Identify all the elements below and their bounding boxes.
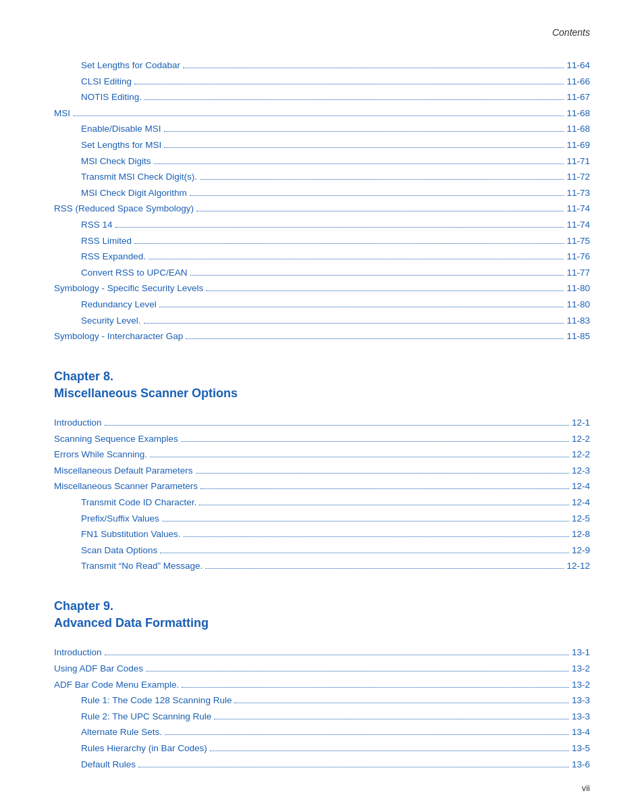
toc-entry-label: RSS Limited xyxy=(81,234,132,249)
toc-page-number: 11-83 xyxy=(566,313,590,328)
toc-page-number: 13-2 xyxy=(572,661,590,676)
toc-dots xyxy=(149,259,564,259)
toc-entry-label: MSI Check Digits xyxy=(81,154,151,169)
toc-entry-label: ADF Bar Code Menu Example. xyxy=(54,678,179,692)
toc-page-number: 11-76 xyxy=(566,249,590,264)
toc-entry-label: Symbology - Intercharacter Gap xyxy=(54,329,183,344)
toc-entry-label: Alternate Rule Sets. xyxy=(81,725,162,740)
toc-dots xyxy=(150,457,569,457)
toc-entry-label: Security Level. xyxy=(81,313,141,328)
toc-entry: Redundancy Level11-80 xyxy=(54,297,590,312)
toc-dots xyxy=(200,488,569,489)
toc-page-number: 11-85 xyxy=(566,329,590,344)
toc-entry-label: Symbology - Specific Security Levels xyxy=(54,281,203,296)
chapter-title: Advanced Data Formatting xyxy=(54,615,590,632)
toc-dots xyxy=(134,84,564,84)
toc-dots xyxy=(186,338,564,339)
toc-entry-label: Default Rules xyxy=(81,757,136,772)
toc-dots xyxy=(205,568,564,569)
page-number: vii xyxy=(582,783,590,793)
toc-entry-label: Errors While Scanning. xyxy=(54,447,147,462)
toc-page-number: 11-67 xyxy=(566,90,590,105)
toc-entry-label: Using ADF Bar Codes xyxy=(54,661,143,676)
toc-entry: RSS 1411-74 xyxy=(54,218,590,232)
toc-entry-label: FN1 Substitution Values. xyxy=(81,527,181,542)
toc-entry: Errors While Scanning.12-2 xyxy=(54,447,590,462)
toc-page-number: 12-5 xyxy=(572,511,590,526)
toc-entry: Miscellaneous Scanner Parameters12-4 xyxy=(54,479,590,494)
toc-entry: Convert RSS to UPC/EAN11-77 xyxy=(54,265,590,280)
toc-page-number: 13-4 xyxy=(572,725,590,740)
toc-page-number: 11-80 xyxy=(566,281,590,296)
toc-page-number: 11-69 xyxy=(566,138,590,153)
toc-entry: Alternate Rule Sets.13-4 xyxy=(54,725,590,740)
toc-entry-label: Convert RSS to UPC/EAN xyxy=(81,265,188,280)
toc-entry-label: Miscellaneous Scanner Parameters xyxy=(54,479,198,494)
toc-entry-label: Introduction xyxy=(54,645,102,660)
toc-entry: RSS Limited11-75 xyxy=(54,234,590,249)
toc-dots xyxy=(164,131,564,132)
toc-dots xyxy=(164,147,564,148)
toc-section-4: Introduction13-1Using ADF Bar Codes13-2A… xyxy=(54,645,590,771)
toc-entry-label: Introduction xyxy=(54,415,102,430)
toc-entry-label: Rules Hierarchy (in Bar Codes) xyxy=(81,741,207,756)
toc-entry: Rule 1: The Code 128 Scanning Rule13-3 xyxy=(54,693,590,708)
toc-dots xyxy=(144,99,564,100)
toc-dots xyxy=(165,734,569,735)
toc-container: Set Lengths for Codabar11-64CLSI Editing… xyxy=(54,58,590,771)
toc-entry-label: MSI xyxy=(54,106,70,121)
toc-dots xyxy=(154,163,564,164)
toc-entry-label: Set Lengths for MSI xyxy=(81,138,161,153)
toc-dots xyxy=(196,211,564,211)
toc-entry: Security Level.11-83 xyxy=(54,313,590,328)
toc-entry-label: Transmit MSI Check Digit(s). xyxy=(81,170,197,184)
toc-entry-label: Enable/Disable MSI xyxy=(81,122,161,136)
toc-page-number: 12-8 xyxy=(572,527,590,542)
toc-entry-label: Scanning Sequence Examples xyxy=(54,432,178,447)
toc-entry: Set Lengths for MSI11-69 xyxy=(54,138,590,153)
toc-page-number: 13-3 xyxy=(572,709,590,724)
toc-page-number: 13-5 xyxy=(572,741,590,756)
toc-entry-label: Prefix/Suffix Values xyxy=(81,511,159,526)
toc-page-number: 11-68 xyxy=(566,106,590,121)
toc-dots xyxy=(199,505,569,505)
toc-page-number: 11-71 xyxy=(566,154,590,169)
toc-entry: NOTIS Editing.11-67 xyxy=(54,90,590,105)
toc-entry-label: Rule 1: The Code 128 Scanning Rule xyxy=(81,693,232,708)
chapter-heading-3: Chapter 9.Advanced Data Formatting xyxy=(54,598,590,632)
toc-entry: MSI11-68 xyxy=(54,106,590,121)
toc-page-number: 11-74 xyxy=(566,201,590,216)
chapter-number: Chapter 9. xyxy=(54,598,590,615)
toc-dots xyxy=(182,687,569,688)
toc-entry: Introduction13-1 xyxy=(54,645,590,660)
toc-entry-label: RSS Expanded. xyxy=(81,249,146,264)
toc-page-number: 12-3 xyxy=(572,463,590,478)
toc-entry: Set Lengths for Codabar11-64 xyxy=(54,58,590,73)
toc-dots xyxy=(196,473,569,474)
toc-entry: Transmit “No Read” Message.12-12 xyxy=(54,559,590,574)
toc-entry-label: Redundancy Level xyxy=(81,297,157,312)
toc-entry: RSS Expanded.11-76 xyxy=(54,249,590,264)
toc-page-number: 11-73 xyxy=(566,186,590,201)
toc-entry-label: RSS 14 xyxy=(81,218,113,232)
toc-page-number: 11-68 xyxy=(566,122,590,136)
toc-dots xyxy=(190,195,564,196)
toc-dots xyxy=(73,116,564,116)
toc-dots xyxy=(183,68,564,68)
toc-page-number: 11-74 xyxy=(566,218,590,232)
toc-entry: Scan Data Options12-9 xyxy=(54,543,590,558)
toc-dots xyxy=(214,719,569,719)
toc-entry-label: NOTIS Editing. xyxy=(81,90,142,105)
toc-entry: RSS (Reduced Space Symbology)11-74 xyxy=(54,201,590,216)
toc-dots xyxy=(105,425,569,426)
toc-dots xyxy=(190,275,564,276)
toc-entry: Transmit Code ID Character.12-4 xyxy=(54,495,590,510)
toc-entry: Symbology - Specific Security Levels11-8… xyxy=(54,281,590,296)
header-title: Contents xyxy=(552,27,590,38)
toc-entry: Introduction12-1 xyxy=(54,415,590,430)
toc-dots xyxy=(234,703,569,703)
toc-page-number: 11-72 xyxy=(566,170,590,184)
toc-entry: ADF Bar Code Menu Example.13-2 xyxy=(54,678,590,692)
toc-page-number: 12-9 xyxy=(572,543,590,558)
toc-section-0: Set Lengths for Codabar11-64CLSI Editing… xyxy=(54,58,590,344)
